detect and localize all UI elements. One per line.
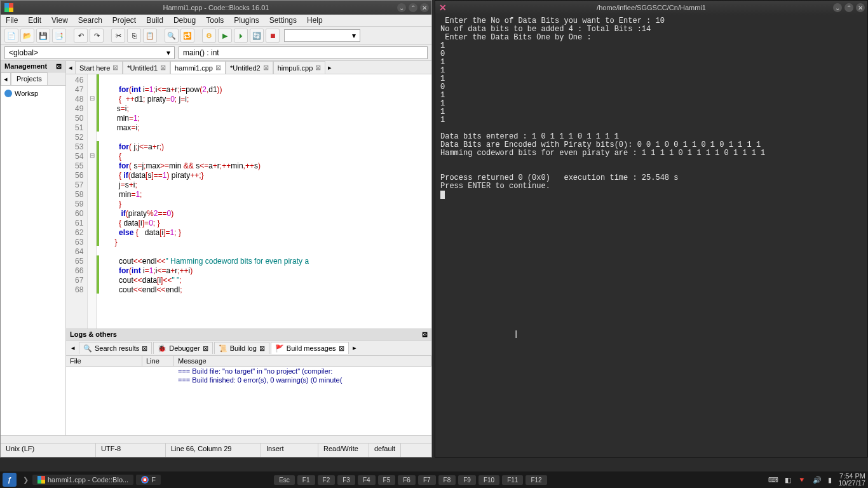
fkey-f1[interactable]: F1 [297, 475, 315, 485]
logtab-scroll-left[interactable]: ◂ [69, 342, 78, 354]
close-icon[interactable]: ⊠ [203, 344, 208, 353]
close-icon[interactable]: ⊠ [112, 64, 118, 72]
new-file-button[interactable]: 📄 [4, 29, 18, 43]
menu-plugins[interactable]: Plugins [234, 16, 259, 25]
menu-file[interactable]: File [6, 16, 18, 25]
editor-tab[interactable]: himpuli.cpp⊠ [273, 61, 326, 74]
scope-value: <global> [9, 48, 38, 57]
editor-tab[interactable]: hammi1.cpp⊠ [170, 61, 226, 74]
close-icon[interactable]: ⊠ [160, 64, 166, 72]
fkey-f6[interactable]: F6 [398, 475, 416, 485]
terminal-output[interactable]: Enter the No of Data Bits you want to En… [435, 15, 867, 457]
logs-close-icon[interactable]: ⊠ [422, 330, 428, 339]
menu-help[interactable]: Help [307, 16, 323, 25]
close-icon[interactable]: ⊠ [315, 64, 321, 72]
menu-debug[interactable]: Debug [173, 16, 196, 25]
minimize-button[interactable]: ⌄ [397, 3, 406, 12]
menu-build[interactable]: Build [146, 16, 163, 25]
fkey-f3[interactable]: F3 [337, 475, 355, 485]
log-rows: === Build file: "no target" in "no proje… [66, 367, 431, 435]
code-editor[interactable]: 4647484950515253545556575859606162636465… [66, 74, 431, 329]
fkey-f10[interactable]: F10 [478, 475, 499, 485]
codeblocks-icon [4, 3, 13, 12]
menu-tools[interactable]: Tools [206, 16, 224, 25]
fkey-esc[interactable]: Esc [274, 475, 295, 485]
battery-icon[interactable]: ▮ [828, 476, 832, 484]
log-tab[interactable]: 🔍Search results⊠ [79, 342, 152, 354]
line-gutter: 4647484950515253545556575859606162636465… [66, 74, 88, 329]
clock-date: 10/27/17 [838, 480, 865, 487]
menu-settings[interactable]: Settings [269, 16, 297, 25]
log-row[interactable]: === Build file: "no target" in "no proje… [66, 367, 431, 376]
log-tab[interactable]: 🐞Debugger⊠ [153, 342, 212, 354]
fkey-f8[interactable]: F8 [438, 475, 456, 485]
fkey-f2[interactable]: F2 [318, 475, 336, 485]
editor-tab[interactable]: *Untitled1⊠ [123, 61, 170, 74]
replace-button[interactable]: 🔁 [180, 29, 194, 43]
menu-view[interactable]: View [51, 16, 68, 25]
cb-titlebar: Hammi1.cpp - Code::Blocks 16.01 ⌄ ⌃ ✕ [1, 1, 431, 15]
menu-search[interactable]: Search [78, 16, 102, 25]
task-item[interactable]: hammi1.cpp - Code::Blo... [32, 475, 133, 485]
close-icon[interactable]: ⊠ [142, 344, 147, 353]
code-content[interactable]: for(int i=1;i<=a+r;i=pow(2,d1)) { ++d1; … [99, 74, 431, 329]
logtab-scroll-right[interactable]: ▸ [350, 342, 359, 354]
build-run-button[interactable]: ⏵ [234, 29, 248, 43]
rebuild-button[interactable]: 🔄 [250, 29, 264, 43]
tab-scroll-left[interactable]: ◂ [66, 62, 75, 74]
term-close-button[interactable]: ✕ [856, 3, 865, 12]
run-button[interactable]: ▶ [218, 29, 232, 43]
clock[interactable]: 7:54 PM 10/27/17 [838, 473, 865, 487]
tab-scroll-right[interactable]: ▸ [325, 62, 334, 74]
undo-button[interactable]: ↶ [74, 29, 88, 43]
copy-button[interactable]: ⎘ [127, 29, 141, 43]
fkey-f12[interactable]: F12 [526, 475, 546, 485]
close-icon[interactable]: ⊠ [263, 64, 269, 72]
paste-button[interactable]: 📋 [143, 29, 157, 43]
redo-button[interactable]: ↷ [90, 29, 104, 43]
save-button[interactable]: 💾 [36, 29, 50, 43]
fkey-f7[interactable]: F7 [418, 475, 436, 485]
task-item[interactable]: F [136, 475, 161, 485]
open-file-button[interactable]: 📂 [20, 29, 34, 43]
panel-close-icon[interactable]: ⊠ [56, 62, 62, 71]
term-maximize-button[interactable]: ⌃ [844, 3, 853, 12]
fkey-f11[interactable]: F11 [502, 475, 523, 485]
close-button[interactable]: ✕ [420, 3, 429, 12]
abort-button[interactable]: ⏹ [266, 29, 280, 43]
scope-dropdown[interactable]: <global>▾ [4, 46, 175, 59]
build-target-dropdown[interactable]: ▾ [284, 29, 360, 42]
mgmt-tab-projects[interactable]: Projects [11, 72, 48, 85]
function-dropdown[interactable]: main() : int [179, 46, 428, 59]
term-minimize-button[interactable]: ⌄ [833, 3, 842, 12]
log-row[interactable]: === Build finished: 0 error(s), 0 warnin… [66, 376, 431, 384]
editor-tab[interactable]: Start here⊠ [75, 61, 123, 74]
log-tab[interactable]: 📜Build log⊠ [214, 342, 269, 354]
workspace-item[interactable]: Worksp [3, 88, 63, 98]
mgmt-tab-left[interactable]: ◂ [1, 72, 11, 85]
save-all-button[interactable]: 📑 [52, 29, 66, 43]
build-button[interactable]: ⚙ [202, 29, 216, 43]
fkey-f4[interactable]: F4 [358, 475, 376, 485]
find-button[interactable]: 🔍 [165, 29, 179, 43]
system-tray: ⌨ ◧ 🔻 🔊 ▮ 7:54 PM 10/27/17 [768, 473, 865, 487]
log-tab[interactable]: 🚩Build messages⊠ [271, 342, 349, 354]
volume-icon[interactable]: 🔊 [813, 476, 822, 484]
management-tree: Worksp [1, 86, 65, 435]
close-icon[interactable]: ⊠ [215, 64, 221, 72]
fkey-f9[interactable]: F9 [458, 475, 476, 485]
tray-icon-1[interactable]: ◧ [785, 476, 791, 484]
keyboard-icon[interactable]: ⌨ [768, 476, 778, 484]
status-readwrite: Read/Write [318, 444, 369, 457]
maximize-button[interactable]: ⌃ [409, 3, 417, 12]
menu-edit[interactable]: Edit [28, 16, 41, 25]
close-icon[interactable]: ⊠ [339, 344, 344, 353]
menu-project[interactable]: Project [112, 16, 136, 25]
cut-button[interactable]: ✂ [111, 29, 125, 43]
fold-gutter[interactable]: ⊟ ⊟ [88, 74, 97, 329]
close-icon[interactable]: ⊠ [259, 344, 265, 353]
start-button[interactable]: ƒ [3, 473, 17, 487]
editor-tab[interactable]: *Untitled2⊠ [226, 61, 273, 74]
network-icon[interactable]: 🔻 [797, 476, 806, 484]
fkey-f5[interactable]: F5 [378, 475, 396, 485]
